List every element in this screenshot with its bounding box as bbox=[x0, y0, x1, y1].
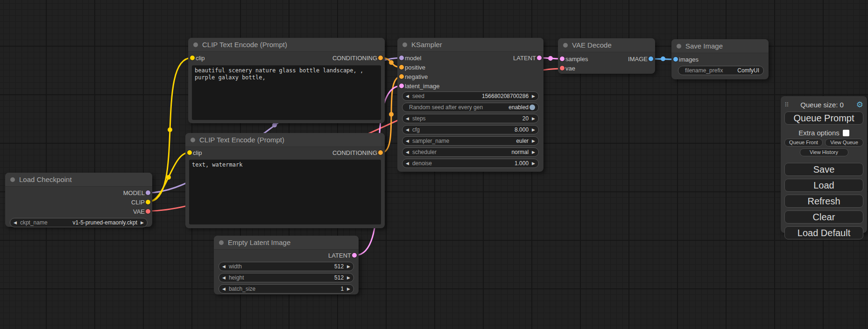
save-button[interactable]: Save bbox=[784, 163, 863, 176]
widget-value: normal bbox=[511, 149, 529, 155]
gear-icon[interactable]: ⚙ bbox=[856, 101, 863, 109]
widget-batch-size[interactable]: ◀ batch_size 1 ▶ bbox=[219, 284, 354, 294]
view-queue-button[interactable]: View Queue bbox=[825, 139, 863, 147]
arrow-left-icon[interactable]: ◀ bbox=[222, 276, 226, 280]
node-clip-negative-titlebar[interactable]: CLIP Text Encode (Prompt) bbox=[185, 133, 385, 147]
node-load-checkpoint-titlebar[interactable]: Load Checkpoint bbox=[5, 173, 152, 187]
load-default-button[interactable]: Load Default bbox=[784, 226, 863, 239]
collapse-dot-icon[interactable] bbox=[219, 240, 224, 245]
extra-options-checkbox[interactable] bbox=[843, 130, 849, 136]
arrow-left-icon[interactable]: ◀ bbox=[406, 150, 409, 154]
widget-random-seed-toggle[interactable]: Random seed after every gen enabled bbox=[402, 103, 539, 112]
node-clip-text-encode-negative[interactable]: CLIP Text Encode (Prompt) clip CONDITION… bbox=[185, 133, 385, 228]
prompt-textarea-positive[interactable]: beautiful scenery nature glass bottle la… bbox=[192, 65, 381, 120]
view-history-button[interactable]: View History bbox=[800, 148, 848, 156]
arrow-right-icon[interactable]: ▶ bbox=[532, 117, 535, 121]
collapse-dot-icon[interactable] bbox=[563, 43, 568, 48]
port-vae-input[interactable] bbox=[560, 66, 565, 70]
arrow-right-icon[interactable]: ▶ bbox=[141, 221, 144, 225]
port-latent-output[interactable] bbox=[537, 56, 542, 60]
port-conditioning-output[interactable] bbox=[378, 56, 383, 60]
input-label-positive: positive bbox=[405, 64, 425, 71]
widget-steps[interactable]: ◀ steps 20 ▶ bbox=[402, 114, 539, 123]
widget-filename-prefix[interactable]: filename_prefix ComfyUI bbox=[678, 66, 764, 75]
refresh-button[interactable]: Refresh bbox=[784, 195, 863, 208]
arrow-left-icon[interactable]: ◀ bbox=[406, 161, 409, 166]
node-empty-latent-image[interactable]: Empty Latent Image LATENT ◀ width 512 ▶ … bbox=[214, 236, 359, 294]
node-empty-latent-titlebar[interactable]: Empty Latent Image bbox=[214, 236, 359, 250]
widget-sampler-name[interactable]: ◀ sampler_name euler ▶ bbox=[402, 136, 539, 146]
input-label-model: model bbox=[405, 55, 421, 62]
port-clip-output[interactable] bbox=[146, 200, 150, 204]
node-save-image-titlebar[interactable]: Save Image bbox=[671, 39, 769, 53]
arrow-left-icon[interactable]: ◀ bbox=[406, 94, 409, 98]
queue-menu-panel: ⠿ Queue size: 0 ⚙ Queue Prompt Extra opt… bbox=[781, 96, 867, 233]
port-clip-input[interactable] bbox=[190, 56, 195, 60]
arrow-left-icon[interactable]: ◀ bbox=[406, 117, 409, 121]
clear-button[interactable]: Clear bbox=[784, 210, 863, 224]
arrow-left-icon[interactable]: ◀ bbox=[222, 287, 226, 291]
node-title: KSampler bbox=[411, 41, 442, 49]
node-save-image[interactable]: Save Image images filename_prefix ComfyU… bbox=[671, 39, 769, 79]
widget-seed[interactable]: ◀ seed 156680208700286 ▶ bbox=[402, 91, 539, 101]
widget-denoise[interactable]: ◀ denoise 1.000 ▶ bbox=[402, 159, 539, 168]
port-latent-image-input[interactable] bbox=[399, 84, 404, 88]
port-positive-input[interactable] bbox=[399, 65, 404, 70]
port-vae-output[interactable] bbox=[146, 209, 150, 214]
node-vae-decode[interactable]: VAE Decode samples IMAGE vae bbox=[558, 38, 655, 74]
widget-ckpt-name[interactable]: ◀ ckpt_name v1-5-pruned-emaonly.ckpt ▶ bbox=[10, 218, 148, 227]
load-button[interactable]: Load bbox=[784, 179, 863, 192]
collapse-dot-icon[interactable] bbox=[677, 44, 681, 49]
node-title: CLIP Text Encode (Prompt) bbox=[202, 41, 287, 49]
arrow-right-icon[interactable]: ▶ bbox=[347, 287, 350, 291]
widget-value: 156680208700286 bbox=[482, 93, 529, 99]
port-conditioning-output[interactable] bbox=[378, 150, 383, 155]
arrow-left-icon[interactable]: ◀ bbox=[222, 265, 226, 269]
widget-label: filename_prefix bbox=[685, 67, 723, 74]
arrow-right-icon[interactable]: ▶ bbox=[347, 265, 350, 269]
collapse-dot-icon[interactable] bbox=[402, 42, 407, 47]
arrow-right-icon[interactable]: ▶ bbox=[532, 128, 535, 132]
port-samples-input[interactable] bbox=[560, 56, 565, 61]
prompt-textarea-negative[interactable]: text, watermark bbox=[189, 160, 381, 224]
widget-width[interactable]: ◀ width 512 ▶ bbox=[219, 262, 354, 271]
arrow-left-icon[interactable]: ◀ bbox=[14, 221, 17, 225]
port-image-output[interactable] bbox=[649, 56, 653, 61]
node-load-checkpoint[interactable]: Load Checkpoint MODEL CLIP VAE ◀ ckpt_na… bbox=[5, 173, 152, 227]
node-ksampler[interactable]: KSampler model LATENT positive negative … bbox=[397, 38, 543, 172]
extra-options-label: Extra options bbox=[798, 129, 840, 137]
widget-label: height bbox=[229, 274, 244, 281]
collapse-dot-icon[interactable] bbox=[10, 177, 15, 182]
node-ksampler-titlebar[interactable]: KSampler bbox=[397, 38, 543, 52]
arrow-left-icon[interactable]: ◀ bbox=[406, 139, 409, 143]
widget-scheduler[interactable]: ◀ scheduler normal ▶ bbox=[402, 147, 539, 157]
wire-conditioning-positive-dot bbox=[389, 60, 394, 65]
widget-label: sampler_name bbox=[412, 138, 449, 144]
drag-handle-icon[interactable]: ⠿ bbox=[784, 101, 788, 108]
node-clip-text-encode-positive[interactable]: CLIP Text Encode (Prompt) clip CONDITION… bbox=[188, 38, 385, 123]
node-vae-decode-titlebar[interactable]: VAE Decode bbox=[558, 38, 655, 52]
port-model-input[interactable] bbox=[399, 56, 404, 60]
port-model-output[interactable] bbox=[146, 190, 150, 195]
widget-value: enabled bbox=[508, 104, 529, 111]
arrow-right-icon[interactable]: ▶ bbox=[532, 161, 535, 166]
widget-label: scheduler bbox=[412, 149, 437, 155]
arrow-right-icon[interactable]: ▶ bbox=[347, 276, 350, 280]
node-clip-positive-titlebar[interactable]: CLIP Text Encode (Prompt) bbox=[188, 38, 385, 52]
toggle-dot-icon[interactable] bbox=[529, 105, 535, 110]
collapse-dot-icon[interactable] bbox=[193, 42, 198, 47]
arrow-left-icon[interactable]: ◀ bbox=[406, 128, 409, 132]
arrow-right-icon[interactable]: ▶ bbox=[532, 94, 535, 98]
port-latent-output[interactable] bbox=[352, 253, 357, 258]
port-images-input[interactable] bbox=[673, 57, 678, 62]
widget-height[interactable]: ◀ height 512 ▶ bbox=[219, 273, 354, 282]
queue-front-button[interactable]: Queue Front bbox=[784, 139, 823, 147]
port-negative-input[interactable] bbox=[399, 74, 404, 79]
port-clip-input[interactable] bbox=[187, 150, 192, 155]
queue-prompt-button[interactable]: Queue Prompt bbox=[784, 112, 863, 125]
arrow-right-icon[interactable]: ▶ bbox=[532, 139, 535, 143]
arrow-right-icon[interactable]: ▶ bbox=[532, 150, 535, 154]
collapse-dot-icon[interactable] bbox=[191, 138, 195, 142]
widget-cfg[interactable]: ◀ cfg 8.000 ▶ bbox=[402, 125, 539, 134]
comfyui-canvas[interactable]: { "colors": { "model": "#B39DDB", "clip"… bbox=[0, 0, 868, 329]
